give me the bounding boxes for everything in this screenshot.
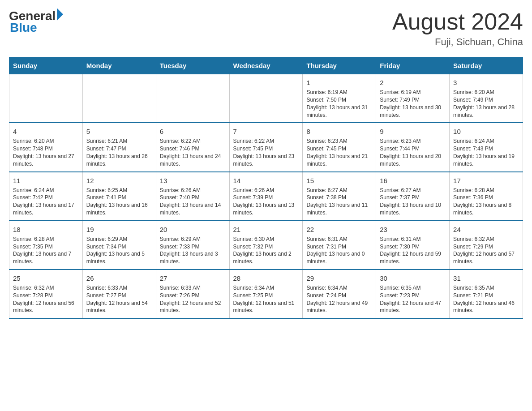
day-number: 4 <box>13 127 79 136</box>
header-cell-saturday: Saturday <box>450 57 523 74</box>
day-number: 31 <box>453 274 519 283</box>
day-number: 16 <box>380 176 446 185</box>
day-cell: 28Sunrise: 6:34 AMSunset: 7:25 PMDayligh… <box>229 270 303 318</box>
header-cell-sunday: Sunday <box>9 57 83 74</box>
day-number: 19 <box>86 225 152 234</box>
header-cell-friday: Friday <box>376 57 450 74</box>
day-cell: 13Sunrise: 6:26 AMSunset: 7:40 PMDayligh… <box>156 172 229 221</box>
week-row-1: 1Sunrise: 6:19 AMSunset: 7:50 PMDaylight… <box>9 74 523 123</box>
day-cell: 9Sunrise: 6:23 AMSunset: 7:44 PMDaylight… <box>376 123 450 171</box>
header-cell-wednesday: Wednesday <box>229 57 303 74</box>
day-cell: 26Sunrise: 6:33 AMSunset: 7:27 PMDayligh… <box>82 270 156 318</box>
header-row: SundayMondayTuesdayWednesdayThursdayFrid… <box>9 57 523 74</box>
day-info: Sunrise: 6:31 AMSunset: 7:31 PMDaylight:… <box>306 235 372 265</box>
day-info: Sunrise: 6:28 AMSunset: 7:35 PMDaylight:… <box>13 235 79 265</box>
day-number: 26 <box>86 274 152 283</box>
day-info: Sunrise: 6:30 AMSunset: 7:32 PMDaylight:… <box>233 235 299 265</box>
day-number: 8 <box>306 127 372 136</box>
calendar-body: 1Sunrise: 6:19 AMSunset: 7:50 PMDaylight… <box>9 74 523 318</box>
day-cell: 24Sunrise: 6:32 AMSunset: 7:29 PMDayligh… <box>450 221 523 270</box>
day-cell: 29Sunrise: 6:34 AMSunset: 7:24 PMDayligh… <box>303 270 376 318</box>
day-info: Sunrise: 6:24 AMSunset: 7:42 PMDaylight:… <box>13 187 79 217</box>
day-number: 9 <box>380 127 446 136</box>
day-number: 22 <box>306 225 372 234</box>
page-header: General Blue August 2024 Fuji, Sichuan, … <box>9 9 523 48</box>
day-cell: 5Sunrise: 6:21 AMSunset: 7:47 PMDaylight… <box>82 123 156 171</box>
header-cell-thursday: Thursday <box>303 57 376 74</box>
day-number: 18 <box>13 225 79 234</box>
day-number: 24 <box>453 225 519 234</box>
day-cell: 21Sunrise: 6:30 AMSunset: 7:32 PMDayligh… <box>229 221 303 270</box>
header-cell-monday: Monday <box>82 57 156 74</box>
day-number: 21 <box>233 225 299 234</box>
day-info: Sunrise: 6:19 AMSunset: 7:49 PMDaylight:… <box>380 89 446 119</box>
day-number: 30 <box>380 274 446 283</box>
day-number: 1 <box>306 78 372 87</box>
title-block: August 2024 Fuji, Sichuan, China <box>392 9 523 48</box>
day-cell: 18Sunrise: 6:28 AMSunset: 7:35 PMDayligh… <box>9 221 83 270</box>
day-info: Sunrise: 6:35 AMSunset: 7:21 PMDaylight:… <box>453 284 519 314</box>
day-info: Sunrise: 6:32 AMSunset: 7:28 PMDaylight:… <box>13 284 79 314</box>
day-info: Sunrise: 6:34 AMSunset: 7:25 PMDaylight:… <box>233 284 299 314</box>
day-info: Sunrise: 6:20 AMSunset: 7:48 PMDaylight:… <box>13 137 79 167</box>
day-cell <box>82 74 156 123</box>
day-cell: 30Sunrise: 6:35 AMSunset: 7:23 PMDayligh… <box>376 270 450 318</box>
week-row-2: 4Sunrise: 6:20 AMSunset: 7:48 PMDaylight… <box>9 123 523 171</box>
day-info: Sunrise: 6:23 AMSunset: 7:44 PMDaylight:… <box>380 137 446 167</box>
day-cell: 12Sunrise: 6:25 AMSunset: 7:41 PMDayligh… <box>82 172 156 221</box>
logo-triangle-icon <box>57 8 63 21</box>
calendar-header: SundayMondayTuesdayWednesdayThursdayFrid… <box>9 57 523 74</box>
day-info: Sunrise: 6:22 AMSunset: 7:45 PMDaylight:… <box>233 137 299 167</box>
day-info: Sunrise: 6:32 AMSunset: 7:29 PMDaylight:… <box>453 235 519 265</box>
calendar-table: SundayMondayTuesdayWednesdayThursdayFrid… <box>9 57 523 319</box>
day-number: 27 <box>160 274 226 283</box>
header-cell-tuesday: Tuesday <box>156 57 229 74</box>
day-number: 25 <box>13 274 79 283</box>
day-info: Sunrise: 6:23 AMSunset: 7:45 PMDaylight:… <box>306 137 372 167</box>
day-number: 23 <box>380 225 446 234</box>
day-cell: 22Sunrise: 6:31 AMSunset: 7:31 PMDayligh… <box>303 221 376 270</box>
day-number: 2 <box>380 78 446 87</box>
day-cell: 11Sunrise: 6:24 AMSunset: 7:42 PMDayligh… <box>9 172 83 221</box>
day-info: Sunrise: 6:28 AMSunset: 7:36 PMDaylight:… <box>453 187 519 217</box>
day-info: Sunrise: 6:20 AMSunset: 7:49 PMDaylight:… <box>453 89 519 119</box>
week-row-3: 11Sunrise: 6:24 AMSunset: 7:42 PMDayligh… <box>9 172 523 221</box>
day-cell: 8Sunrise: 6:23 AMSunset: 7:45 PMDaylight… <box>303 123 376 171</box>
day-number: 11 <box>13 176 79 185</box>
day-info: Sunrise: 6:27 AMSunset: 7:37 PMDaylight:… <box>380 187 446 217</box>
day-cell: 3Sunrise: 6:20 AMSunset: 7:49 PMDaylight… <box>450 74 523 123</box>
day-info: Sunrise: 6:26 AMSunset: 7:40 PMDaylight:… <box>160 187 226 217</box>
day-cell <box>156 74 229 123</box>
day-info: Sunrise: 6:35 AMSunset: 7:23 PMDaylight:… <box>380 284 446 314</box>
week-row-5: 25Sunrise: 6:32 AMSunset: 7:28 PMDayligh… <box>9 270 523 318</box>
day-info: Sunrise: 6:22 AMSunset: 7:46 PMDaylight:… <box>160 137 226 167</box>
day-number: 15 <box>306 176 372 185</box>
day-cell: 7Sunrise: 6:22 AMSunset: 7:45 PMDaylight… <box>229 123 303 171</box>
day-cell: 23Sunrise: 6:31 AMSunset: 7:30 PMDayligh… <box>376 221 450 270</box>
day-info: Sunrise: 6:33 AMSunset: 7:27 PMDaylight:… <box>86 284 152 314</box>
day-number: 28 <box>233 274 299 283</box>
day-info: Sunrise: 6:26 AMSunset: 7:39 PMDaylight:… <box>233 187 299 217</box>
day-cell: 31Sunrise: 6:35 AMSunset: 7:21 PMDayligh… <box>450 270 523 318</box>
day-info: Sunrise: 6:29 AMSunset: 7:34 PMDaylight:… <box>86 235 152 265</box>
day-info: Sunrise: 6:31 AMSunset: 7:30 PMDaylight:… <box>380 235 446 265</box>
day-cell: 4Sunrise: 6:20 AMSunset: 7:48 PMDaylight… <box>9 123 83 171</box>
day-cell: 19Sunrise: 6:29 AMSunset: 7:34 PMDayligh… <box>82 221 156 270</box>
day-cell <box>9 74 83 123</box>
day-info: Sunrise: 6:29 AMSunset: 7:33 PMDaylight:… <box>160 235 226 265</box>
location-subtitle: Fuji, Sichuan, China <box>392 36 523 48</box>
day-number: 6 <box>160 127 226 136</box>
day-number: 17 <box>453 176 519 185</box>
day-number: 12 <box>86 176 152 185</box>
day-info: Sunrise: 6:34 AMSunset: 7:24 PMDaylight:… <box>306 284 372 314</box>
day-cell: 17Sunrise: 6:28 AMSunset: 7:36 PMDayligh… <box>450 172 523 221</box>
day-number: 3 <box>453 78 519 87</box>
logo: General Blue <box>9 9 63 35</box>
day-cell: 6Sunrise: 6:22 AMSunset: 7:46 PMDaylight… <box>156 123 229 171</box>
month-year-title: August 2024 <box>392 9 523 34</box>
day-number: 29 <box>306 274 372 283</box>
day-cell: 10Sunrise: 6:24 AMSunset: 7:43 PMDayligh… <box>450 123 523 171</box>
day-info: Sunrise: 6:33 AMSunset: 7:26 PMDaylight:… <box>160 284 226 314</box>
day-cell: 16Sunrise: 6:27 AMSunset: 7:37 PMDayligh… <box>376 172 450 221</box>
day-info: Sunrise: 6:19 AMSunset: 7:50 PMDaylight:… <box>306 89 372 119</box>
